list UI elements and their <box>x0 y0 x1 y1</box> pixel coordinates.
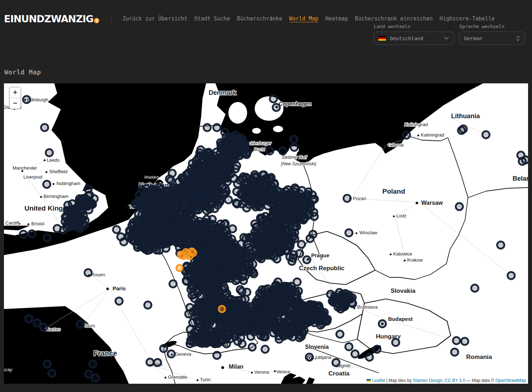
book-exchange-marker[interactable] <box>46 149 53 156</box>
book-exchange-marker[interactable] <box>213 124 220 131</box>
zoom-in-button[interactable]: + <box>10 87 21 98</box>
book-exchange-marker[interactable] <box>144 301 151 309</box>
book-exchange-marker[interactable] <box>276 234 283 241</box>
book-exchange-marker[interactable] <box>190 339 197 346</box>
book-exchange-marker[interactable] <box>245 186 252 194</box>
nav-link-highscore-tabelle[interactable]: Highscore-Tabelle <box>440 15 495 22</box>
book-exchange-marker[interactable] <box>403 132 410 139</box>
book-exchange-marker[interactable] <box>297 204 304 211</box>
book-exchange-marker[interactable] <box>172 193 179 200</box>
book-exchange-marker[interactable] <box>197 146 204 153</box>
book-exchange-marker[interactable] <box>453 337 460 344</box>
book-exchange-marker[interactable] <box>456 203 463 210</box>
book-exchange-marker[interactable] <box>471 285 478 292</box>
book-exchange-marker[interactable] <box>373 346 381 353</box>
book-exchange-marker[interactable] <box>279 147 286 155</box>
nav-link-zur-ck-zur-bersicht[interactable]: Zurück zur Übersicht <box>122 15 187 22</box>
book-exchange-marker[interactable] <box>184 191 191 198</box>
book-exchange-marker[interactable] <box>115 298 123 305</box>
book-exchange-marker[interactable] <box>200 231 207 238</box>
book-exchange-marker[interactable] <box>23 96 30 103</box>
book-exchange-marker[interactable] <box>236 177 244 184</box>
book-exchange-marker[interactable] <box>221 129 228 136</box>
book-exchange-marker[interactable] <box>337 305 344 313</box>
book-exchange-marker[interactable] <box>220 296 227 303</box>
book-exchange-marker[interactable] <box>331 293 338 300</box>
book-exchange-marker[interactable] <box>276 336 283 343</box>
book-exchange-marker[interactable] <box>332 359 340 366</box>
book-exchange-marker[interactable] <box>76 225 83 232</box>
book-exchange-marker[interactable] <box>249 343 256 351</box>
book-exchange-marker[interactable] <box>298 241 305 248</box>
book-exchange-marker[interactable] <box>60 226 67 234</box>
highlighted-marker[interactable] <box>190 250 196 256</box>
book-exchange-marker[interactable] <box>213 352 220 359</box>
book-exchange-marker[interactable] <box>199 177 206 184</box>
highlighted-marker[interactable] <box>183 249 189 255</box>
book-exchange-marker[interactable] <box>162 245 169 252</box>
book-exchange-marker[interactable] <box>291 209 298 216</box>
book-exchange-marker[interactable] <box>266 147 273 155</box>
book-exchange-marker[interactable] <box>219 182 226 189</box>
book-exchange-marker[interactable] <box>366 354 373 361</box>
book-exchange-marker[interactable] <box>231 135 238 142</box>
book-exchange-marker[interactable] <box>482 131 490 138</box>
book-exchange-marker[interactable] <box>135 211 142 218</box>
book-exchange-marker[interactable] <box>295 303 303 310</box>
book-exchange-marker[interactable] <box>213 188 220 195</box>
book-exchange-marker[interactable] <box>154 359 161 366</box>
book-exchange-marker[interactable] <box>241 197 248 204</box>
country-select[interactable]: Deutschland <box>373 32 454 45</box>
book-exchange-marker[interactable] <box>65 216 72 223</box>
book-exchange-marker[interactable] <box>296 331 303 338</box>
book-exchange-marker[interactable] <box>204 124 211 131</box>
book-exchange-marker[interactable] <box>497 241 504 249</box>
book-exchange-marker[interactable] <box>207 308 214 315</box>
nav-link-heatmap[interactable]: Heatmap <box>325 15 348 22</box>
book-exchange-marker[interactable] <box>278 244 285 251</box>
book-exchange-marker[interactable] <box>250 270 258 277</box>
book-exchange-marker[interactable] <box>273 104 280 111</box>
book-exchange-marker[interactable] <box>203 340 210 347</box>
book-exchange-marker[interactable] <box>40 324 47 331</box>
book-exchange-marker[interactable] <box>255 185 262 193</box>
book-exchange-marker[interactable] <box>187 326 194 333</box>
book-exchange-marker[interactable] <box>203 193 210 200</box>
book-exchange-marker[interactable] <box>287 306 294 313</box>
book-exchange-marker[interactable] <box>195 302 202 309</box>
book-exchange-marker[interactable] <box>113 226 120 233</box>
book-exchange-marker[interactable] <box>201 220 208 227</box>
book-exchange-marker[interactable] <box>48 370 55 377</box>
book-exchange-marker[interactable] <box>236 248 244 255</box>
book-exchange-marker[interactable] <box>451 349 458 356</box>
book-exchange-marker[interactable] <box>206 278 213 285</box>
book-exchange-marker[interactable] <box>85 206 92 213</box>
book-exchange-marker[interactable] <box>269 243 277 250</box>
nav-link-world-map[interactable]: World Map <box>289 15 318 22</box>
book-exchange-marker[interactable] <box>255 242 262 249</box>
book-exchange-marker[interactable] <box>254 232 261 239</box>
book-exchange-marker[interactable] <box>242 150 250 157</box>
leaflet-link[interactable]: Leaflet <box>372 378 385 383</box>
book-exchange-marker[interactable] <box>183 263 190 270</box>
book-exchange-marker[interactable] <box>309 231 317 238</box>
book-exchange-marker[interactable] <box>270 180 278 187</box>
book-exchange-marker[interactable] <box>249 179 256 186</box>
book-exchange-marker[interactable] <box>203 270 210 277</box>
book-exchange-marker[interactable] <box>345 343 353 350</box>
book-exchange-marker[interactable] <box>206 157 213 164</box>
book-exchange-marker[interactable] <box>89 360 96 368</box>
book-exchange-marker[interactable] <box>222 220 229 227</box>
book-exchange-marker[interactable] <box>232 263 239 270</box>
book-exchange-marker[interactable] <box>191 177 199 184</box>
book-exchange-marker[interactable] <box>222 138 229 145</box>
book-exchange-marker[interactable] <box>28 230 36 237</box>
book-exchange-marker[interactable] <box>132 228 140 235</box>
book-exchange-marker[interactable] <box>237 144 244 151</box>
book-exchange-marker[interactable] <box>199 313 206 320</box>
book-exchange-marker[interactable] <box>156 195 164 202</box>
book-exchange-marker[interactable] <box>218 313 226 320</box>
book-exchange-marker[interactable] <box>351 350 359 358</box>
ccby-link[interactable]: CC BY 3.0 <box>445 378 465 383</box>
book-exchange-marker[interactable] <box>77 321 84 328</box>
